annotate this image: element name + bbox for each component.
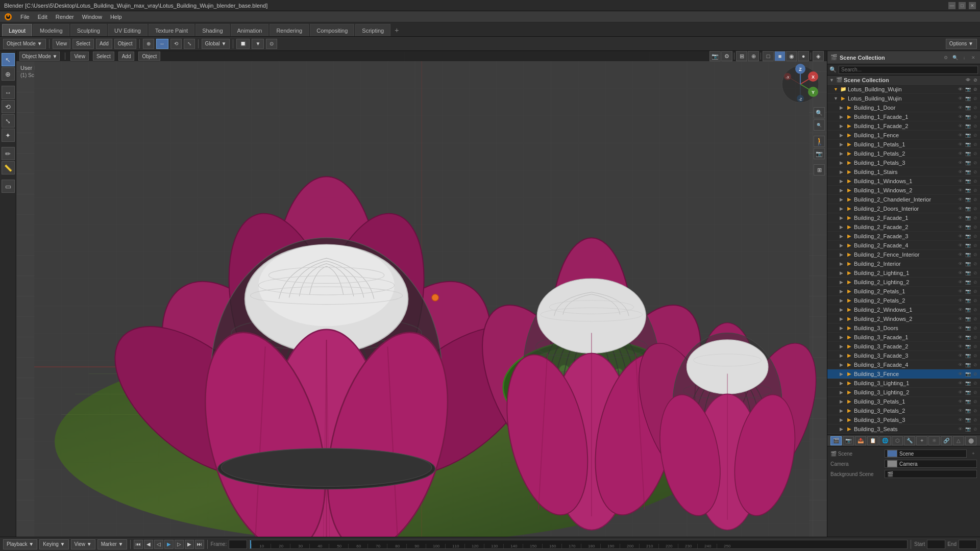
item-vis-36[interactable]: 👁 xyxy=(957,425,964,433)
prop-tab-world[interactable]: 🌐 xyxy=(879,436,891,445)
item-restrict-36[interactable]: ⊘ xyxy=(972,425,979,433)
item-render-13[interactable]: 📷 xyxy=(964,214,971,221)
item-vis-21[interactable]: 👁 xyxy=(957,288,964,295)
item-render-28[interactable]: 📷 xyxy=(964,352,971,359)
jump-end-button[interactable]: ⏭ xyxy=(195,540,204,549)
add-workspace-button[interactable]: + xyxy=(391,24,402,36)
outliner-item-36[interactable]: ▶ ▶ Building_3_Seats 👁 📷 ⊘ xyxy=(827,424,980,434)
item-vis-2[interactable]: 👁 xyxy=(957,113,964,120)
item-render-23[interactable]: 📷 xyxy=(964,306,971,313)
outliner-item-14[interactable]: ▶ ▶ Building_2_Facade_2 👁 📷 ⊘ xyxy=(827,222,980,232)
outliner-item-34[interactable]: ▶ ▶ Building_3_Petals_2 👁 📷 ⊘ xyxy=(827,406,980,415)
outliner-item-3[interactable]: ▶ ▶ Building_1_Facade_2 👁 📷 ⊘ xyxy=(827,121,980,131)
camera-color-swatch[interactable] xyxy=(887,460,897,467)
prop-tab-modifier[interactable]: 🔧 xyxy=(904,436,915,445)
item-restrict-8[interactable]: ⊘ xyxy=(972,168,979,176)
item-render-24[interactable]: 📷 xyxy=(964,315,971,322)
item-render-22[interactable]: 📷 xyxy=(964,297,971,304)
render-settings-btn[interactable]: ⚙ xyxy=(721,51,732,61)
end-frame-input[interactable]: 250 xyxy=(959,540,977,549)
prop-tab-material[interactable]: ⬤ xyxy=(965,436,976,445)
outliner-item-6[interactable]: ▶ ▶ Building_1_Petals_2 👁 📷 ⊘ xyxy=(827,149,980,158)
view-menu[interactable]: View xyxy=(53,39,71,49)
item-restrict-19[interactable]: ⊘ xyxy=(972,269,979,277)
item-vis-14[interactable]: 👁 xyxy=(957,223,964,231)
item-restrict-3[interactable]: ⊘ xyxy=(972,122,979,130)
select-menu[interactable]: Select xyxy=(72,39,94,49)
item-restrict-11[interactable]: ⊘ xyxy=(972,196,979,203)
item-vis-9[interactable]: 👁 xyxy=(957,178,964,185)
xray-btn[interactable]: ◈ xyxy=(813,51,824,61)
item-vis-33[interactable]: 👁 xyxy=(957,398,964,405)
item-vis-26[interactable]: 👁 xyxy=(957,334,964,341)
item-vis-19[interactable]: 👁 xyxy=(957,269,964,277)
item-vis-5[interactable]: 👁 xyxy=(957,141,964,148)
overlay-btn[interactable]: ⊞ xyxy=(736,51,747,61)
item-restrict-23[interactable]: ⊘ xyxy=(972,306,979,313)
workspace-tab-animation[interactable]: Animation xyxy=(231,24,269,36)
item-render-36[interactable]: 📷 xyxy=(964,425,971,433)
visibility-icon[interactable]: 👁 xyxy=(964,77,971,84)
item-restrict-14[interactable]: ⊘ xyxy=(972,223,979,231)
item-restrict-13[interactable]: ⊘ xyxy=(972,214,979,221)
outliner-item-25[interactable]: ▶ ▶ Building_3_Doors 👁 📷 ⊘ xyxy=(827,323,980,333)
coll-render-icon[interactable]: 📷 xyxy=(964,86,971,93)
measure-tool-button[interactable]: 📏 xyxy=(2,161,15,174)
outliner-item-15[interactable]: ▶ ▶ Building_2_Facade_3 👁 📷 ⊘ xyxy=(827,232,980,241)
snap-toggle[interactable]: 🔲 xyxy=(236,39,250,49)
item-render-27[interactable]: 📷 xyxy=(964,343,971,350)
item-render-10[interactable]: 📷 xyxy=(964,187,971,194)
item-restrict-31[interactable]: ⊘ xyxy=(972,380,979,387)
zoom-in-button[interactable]: 🔍 xyxy=(814,107,825,118)
play-button[interactable]: ▶ xyxy=(164,540,174,549)
item-render-1[interactable]: 📷 xyxy=(964,104,971,111)
marker-label-dropdown[interactable]: Marker ▼ xyxy=(97,539,127,549)
item-vis-18[interactable]: 👁 xyxy=(957,260,964,267)
next-frame-button[interactable]: ▷ xyxy=(175,540,184,549)
coll-restrict-icon[interactable]: ⊘ xyxy=(972,86,979,93)
item-render-5[interactable]: 📷 xyxy=(964,141,971,148)
outliner-item-12[interactable]: ▶ ▶ Building_2_Doors_Interior 👁 📷 ⊘ xyxy=(827,204,980,213)
outliner-item-4[interactable]: ▶ ▶ Building_1_Fence 👁 📷 ⊘ xyxy=(827,131,980,140)
item-render-35[interactable]: 📷 xyxy=(964,416,971,423)
move-button[interactable]: ↔ xyxy=(156,39,168,49)
navigation-gizmo[interactable]: X Z Y -X -Z xyxy=(780,64,821,105)
wireframe-btn[interactable]: □ xyxy=(763,51,774,61)
playhead[interactable] xyxy=(250,540,251,548)
proportional-edit-button[interactable]: ⊙ xyxy=(266,39,277,49)
item-vis-3[interactable]: 👁 xyxy=(957,122,964,130)
menu-render[interactable]: Render xyxy=(52,11,78,22)
outliner-item-0[interactable]: ▼ ▶ Lotus_Building_Wujin 👁 📷 ⊘ xyxy=(827,94,980,103)
collections-button[interactable]: ⊞ xyxy=(814,164,825,176)
workspace-tab-compositing[interactable]: Compositing xyxy=(310,24,354,36)
item-restrict-10[interactable]: ⊘ xyxy=(972,187,979,194)
item-render-0[interactable]: 📷 xyxy=(964,95,971,102)
scale-tool-button[interactable]: ⤡ xyxy=(2,114,15,128)
outliner-item-22[interactable]: ▶ ▶ Building_2_Petals_2 👁 📷 ⊘ xyxy=(827,296,980,305)
outliner-item-27[interactable]: ▶ ▶ Building_3_Facade_2 👁 📷 ⊘ xyxy=(827,342,980,351)
item-restrict-22[interactable]: ⊘ xyxy=(972,297,979,304)
vp-select-btn[interactable]: Select xyxy=(93,52,114,61)
item-vis-13[interactable]: 👁 xyxy=(957,214,964,221)
prev-frame-button[interactable]: ◁ xyxy=(154,540,163,549)
item-restrict-20[interactable]: ⊘ xyxy=(972,279,979,286)
vp-object-btn[interactable]: Object xyxy=(138,52,160,61)
outliner-search-button[interactable]: 🔍 xyxy=(951,54,959,61)
item-restrict-1[interactable]: ⊘ xyxy=(972,104,979,111)
item-restrict-33[interactable]: ⊘ xyxy=(972,398,979,405)
item-render-29[interactable]: 📷 xyxy=(964,361,971,368)
cursor-tool-button[interactable]: ⊕ xyxy=(2,67,15,81)
outliner-item-32[interactable]: ▶ ▶ Building_3_Lighting_2 👁 📷 ⊘ xyxy=(827,388,980,397)
item-restrict-5[interactable]: ⊘ xyxy=(972,141,979,148)
rendered-btn[interactable]: ● xyxy=(798,51,809,61)
start-frame-input[interactable]: 1 xyxy=(927,540,945,549)
outliner-item-18[interactable]: ▶ ▶ Building_2_Interior 👁 📷 ⊘ xyxy=(827,259,980,268)
rotate-button[interactable]: ⟲ xyxy=(170,39,182,49)
outliner-item-7[interactable]: ▶ ▶ Building_1_Petals_3 👁 📷 ⊘ xyxy=(827,158,980,167)
next-keyframe-button[interactable]: ▶ xyxy=(185,540,194,549)
select-tool-button[interactable]: ↖ xyxy=(2,53,15,66)
item-restrict-15[interactable]: ⊘ xyxy=(972,233,979,240)
add-cube-button[interactable]: ▭ xyxy=(2,180,15,193)
item-restrict-18[interactable]: ⊘ xyxy=(972,260,979,267)
jump-start-button[interactable]: ⏮ xyxy=(134,540,143,549)
